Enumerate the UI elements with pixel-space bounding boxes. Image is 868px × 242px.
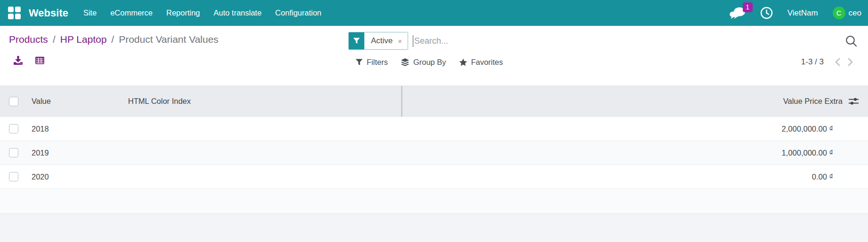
view-switcher bbox=[13, 55, 45, 65]
favorites-button[interactable]: Favorites bbox=[459, 58, 503, 67]
filter-icon bbox=[355, 59, 363, 66]
pager-count: 1-3 / 3 bbox=[801, 57, 824, 67]
cell-value: 2018 bbox=[21, 125, 122, 133]
empty-row bbox=[0, 188, 868, 214]
messages-button[interactable]: 1 bbox=[729, 7, 746, 20]
optional-columns-button[interactable] bbox=[844, 97, 868, 106]
export-button[interactable] bbox=[13, 55, 23, 65]
search-bar: Active × bbox=[348, 31, 861, 50]
column-resize-handle[interactable] bbox=[401, 86, 402, 117]
search-input[interactable] bbox=[413, 36, 845, 46]
cell-value: 2020 bbox=[21, 172, 122, 181]
cell-value: 2019 bbox=[21, 148, 122, 157]
layers-icon bbox=[401, 58, 410, 67]
list-view: Value HTML Color Index Value Price Extra… bbox=[0, 86, 868, 214]
nav-menu: Site eCommerce Reporting Auto translate … bbox=[83, 8, 321, 17]
row-checkbox[interactable] bbox=[9, 172, 18, 181]
filters-button[interactable]: Filters bbox=[355, 58, 388, 67]
nav-item-ecommerce[interactable]: eCommerce bbox=[110, 8, 153, 17]
clock-icon bbox=[760, 7, 773, 19]
download-icon bbox=[13, 55, 23, 65]
app-title[interactable]: Website bbox=[29, 7, 68, 19]
messages-badge: 1 bbox=[743, 2, 753, 12]
nav-item-site[interactable]: Site bbox=[83, 8, 96, 17]
nav-item-reporting[interactable]: Reporting bbox=[166, 8, 200, 17]
cell-value-price-extra: 1,000,000.00 ₫ bbox=[401, 148, 844, 157]
nav-right: 1 VietNam C ceo bbox=[729, 7, 861, 20]
nav-item-auto-translate[interactable]: Auto translate bbox=[214, 8, 262, 17]
group-by-button[interactable]: Group By bbox=[401, 58, 446, 67]
pager-previous-button[interactable] bbox=[834, 57, 842, 67]
breadcrumb: Products / HP Laptop / Product Variant V… bbox=[9, 34, 218, 45]
facet-funnel-icon bbox=[349, 32, 364, 49]
apps-menu-icon[interactable] bbox=[8, 7, 21, 19]
sliders-icon bbox=[848, 97, 859, 106]
breadcrumb-hp-laptop[interactable]: HP Laptop bbox=[60, 34, 107, 45]
breadcrumb-separator: / bbox=[112, 34, 114, 45]
column-header-value[interactable]: Value bbox=[21, 97, 122, 106]
avatar: C bbox=[833, 7, 845, 19]
search-facet-active: Active × bbox=[348, 32, 408, 50]
control-panel: Products / HP Laptop / Product Variant V… bbox=[0, 26, 868, 86]
remove-facet-button[interactable]: × bbox=[398, 37, 402, 45]
user-name: ceo bbox=[849, 8, 861, 18]
row-checkbox[interactable] bbox=[9, 124, 18, 133]
table-row[interactable]: 2018 2,000,000.00 ₫ bbox=[0, 117, 868, 141]
facet-label: Active bbox=[371, 36, 393, 46]
table-header: Value HTML Color Index Value Price Extra bbox=[0, 86, 868, 117]
user-menu[interactable]: C ceo bbox=[833, 7, 861, 19]
breadcrumb-products[interactable]: Products bbox=[9, 34, 48, 45]
cell-value-price-extra: 2,000,000.00 ₫ bbox=[401, 125, 844, 133]
nav-item-configuration[interactable]: Configuration bbox=[275, 8, 321, 17]
top-nav: Website Site eCommerce Reporting Auto tr… bbox=[0, 0, 868, 26]
table-row[interactable]: 2020 0.00 ₫ bbox=[0, 164, 868, 188]
select-all-checkbox[interactable] bbox=[9, 97, 18, 106]
cell-value-price-extra: 0.00 ₫ bbox=[401, 172, 844, 181]
breadcrumb-separator: / bbox=[53, 34, 56, 45]
pager: 1-3 / 3 bbox=[801, 57, 854, 67]
activities-button[interactable] bbox=[760, 7, 773, 19]
column-header-value-price-extra[interactable]: Value Price Extra bbox=[401, 97, 844, 106]
pager-next-button[interactable] bbox=[846, 57, 854, 67]
search-options: Filters Group By Favorites bbox=[355, 58, 503, 67]
column-header-html-color-index[interactable]: HTML Color Index bbox=[122, 97, 401, 106]
row-checkbox[interactable] bbox=[9, 148, 18, 157]
star-icon bbox=[459, 58, 467, 67]
search-icon[interactable] bbox=[845, 35, 858, 47]
list-view-button[interactable] bbox=[35, 55, 45, 65]
page-title: Product Variant Values bbox=[119, 34, 218, 45]
table-row[interactable]: 2019 1,000,000.00 ₫ bbox=[0, 141, 868, 164]
language-selector[interactable]: VietNam bbox=[788, 8, 818, 18]
table-icon bbox=[35, 55, 45, 65]
